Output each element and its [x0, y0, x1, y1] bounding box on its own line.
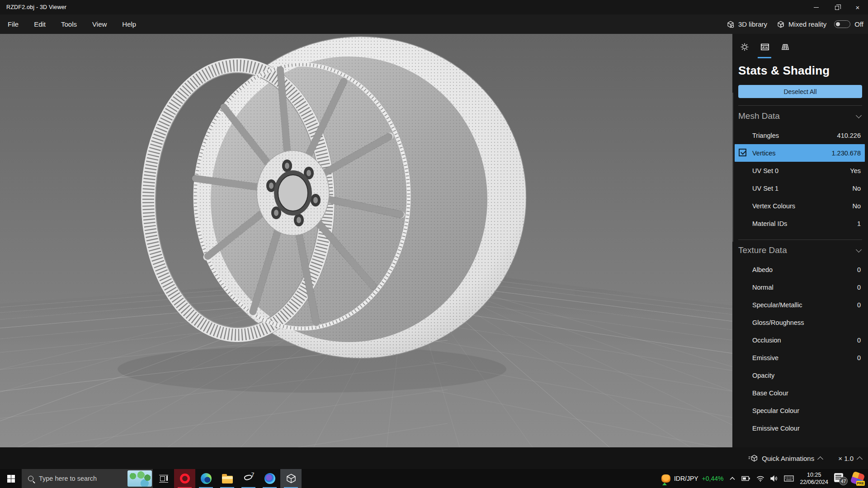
- menu-tools[interactable]: Tools: [53, 14, 85, 34]
- stat-row[interactable]: Emissive 0: [732, 349, 868, 366]
- stat-value: 0: [857, 301, 861, 309]
- search-placeholder: Type here to search: [39, 475, 97, 482]
- notification-center-button[interactable]: 47: [834, 473, 846, 484]
- tab-grid[interactable]: [775, 39, 795, 55]
- 3d-viewport[interactable]: [0, 34, 732, 447]
- stat-row[interactable]: Opacity: [732, 366, 868, 384]
- wifi-icon[interactable]: [756, 476, 764, 482]
- taskbar-edge[interactable]: [195, 469, 217, 488]
- 3d-library-button[interactable]: 3D library: [724, 20, 770, 28]
- menu-file[interactable]: File: [0, 14, 26, 34]
- minimize-button[interactable]: [806, 0, 826, 14]
- stat-row[interactable]: Normal 0: [732, 278, 868, 296]
- stat-row[interactable]: UV Set 1 No: [732, 179, 868, 197]
- stat-value: 1.230.678: [831, 150, 861, 157]
- quick-animations-icon: [748, 454, 758, 462]
- stat-value: 0: [857, 266, 861, 273]
- stat-value: 1: [857, 220, 861, 227]
- chevron-up-icon: [857, 456, 863, 462]
- stat-row[interactable]: Vertices 1.230.678: [735, 144, 865, 162]
- stat-row[interactable]: Material IDs 1: [732, 215, 868, 232]
- taskbar-clock[interactable]: 10:25 22/06/2024: [800, 471, 828, 486]
- stat-row[interactable]: Specular/Metallic 0: [732, 296, 868, 314]
- panel-tabstrip: [732, 34, 868, 55]
- toggle-knob: [836, 22, 840, 26]
- clock-time: 10:25: [800, 471, 828, 479]
- notification-count-badge: 47: [839, 477, 848, 485]
- stat-row[interactable]: UV Set 0 Yes: [732, 162, 868, 179]
- stat-label: UV Set 1: [752, 185, 778, 192]
- stat-label: Emissive Colour: [752, 425, 800, 432]
- currency-ticker[interactable]: IDR/JPY +0,44%: [661, 474, 724, 483]
- quick-animations-label: Quick Animations: [762, 455, 814, 462]
- volume-icon[interactable]: [770, 475, 778, 482]
- clock-date: 22/06/2024: [800, 479, 828, 486]
- mixed-reality-button[interactable]: Mixed reality: [774, 20, 829, 28]
- ticker-pair: IDR/JPY: [674, 475, 698, 482]
- ticker-change: +0,44%: [702, 475, 724, 482]
- menu-edit[interactable]: Edit: [26, 14, 53, 34]
- taskbar-paint-app[interactable]: 7: [238, 469, 259, 488]
- stat-row[interactable]: Albedo 0: [732, 261, 868, 278]
- stat-value: 410.226: [837, 132, 861, 139]
- quick-animations-control[interactable]: Quick Animations × 1.0: [748, 454, 862, 462]
- tab-stats-shading[interactable]: [755, 39, 775, 55]
- stat-row[interactable]: Emissive Colour: [732, 419, 868, 437]
- titlebar: RZDF2.obj - 3D Viewer ×: [0, 0, 868, 14]
- stat-row[interactable]: Vertex Colours No: [732, 197, 868, 215]
- search-highlight-image[interactable]: [127, 470, 152, 487]
- animation-bar: Quick Animations × 1.0: [0, 447, 868, 469]
- stat-label: Base Colour: [752, 389, 788, 397]
- hidden-icons-chevron[interactable]: [729, 476, 736, 481]
- taskbar-opera[interactable]: [174, 469, 195, 488]
- stat-row[interactable]: Triangles 410.226: [732, 127, 868, 144]
- copilot-pre-button[interactable]: PRE: [852, 473, 863, 484]
- taskbar-search[interactable]: Type here to search: [22, 469, 153, 488]
- start-button[interactable]: [0, 469, 22, 488]
- task-view-button[interactable]: [153, 469, 174, 488]
- stat-label: Vertex Colours: [752, 202, 795, 210]
- texture-data-rows: Albedo 0 Normal 0 Specular/Metallic 0 Gl…: [732, 261, 868, 437]
- stat-label: Emissive: [752, 354, 778, 361]
- stat-row[interactable]: Occlusion 0: [732, 331, 868, 349]
- mesh-data-header[interactable]: Mesh Data: [732, 106, 868, 127]
- checkbox-icon[interactable]: [739, 149, 746, 156]
- browser-orb-icon: [264, 473, 275, 484]
- chevron-down-icon: [856, 247, 862, 253]
- menu-view[interactable]: View: [85, 14, 114, 34]
- opera-icon: [180, 474, 190, 483]
- close-button[interactable]: ×: [847, 0, 868, 14]
- battery-icon[interactable]: [741, 476, 750, 481]
- mixed-reality-label: Mixed reality: [788, 20, 826, 28]
- folder-icon: [222, 476, 233, 483]
- mixed-reality-icon: [777, 20, 785, 28]
- deselect-all-button[interactable]: Deselect All: [738, 85, 862, 98]
- stat-value: No: [852, 202, 861, 210]
- menu-help[interactable]: Help: [114, 14, 144, 34]
- taskbar-file-explorer[interactable]: [217, 469, 238, 488]
- stat-label: Triangles: [752, 132, 779, 139]
- stat-label: Occlusion: [752, 337, 781, 344]
- taskbar-3d-viewer[interactable]: [280, 469, 302, 488]
- wheel-model-render: [0, 34, 732, 447]
- windows-logo-icon: [7, 475, 15, 483]
- restore-button[interactable]: [826, 0, 847, 14]
- touch-keyboard-icon[interactable]: [784, 475, 794, 482]
- mesh-data-rows: Triangles 410.226 Vertices 1.230.678 UV …: [732, 127, 868, 232]
- stat-row[interactable]: Gloss/Roughness: [732, 314, 868, 331]
- stat-value: 0: [857, 354, 861, 361]
- panel-title: Stats & Shading: [732, 55, 868, 78]
- texture-data-header[interactable]: Texture Data: [732, 240, 868, 261]
- close-icon: ×: [856, 4, 860, 11]
- window-title: RZDF2.obj - 3D Viewer: [0, 4, 66, 10]
- restore-icon: [835, 6, 839, 10]
- stat-value: Yes: [850, 167, 861, 174]
- taskbar-browser-orb[interactable]: [259, 469, 280, 488]
- stat-label: Albedo: [752, 266, 773, 273]
- mixed-reality-toggle[interactable]: [834, 20, 850, 28]
- stat-value: 0: [857, 337, 861, 344]
- stat-row[interactable]: Base Colour: [732, 384, 868, 402]
- stat-row[interactable]: Specular Colour: [732, 402, 868, 419]
- paint-app-icon: 7: [243, 473, 254, 484]
- tab-environment[interactable]: [734, 39, 755, 55]
